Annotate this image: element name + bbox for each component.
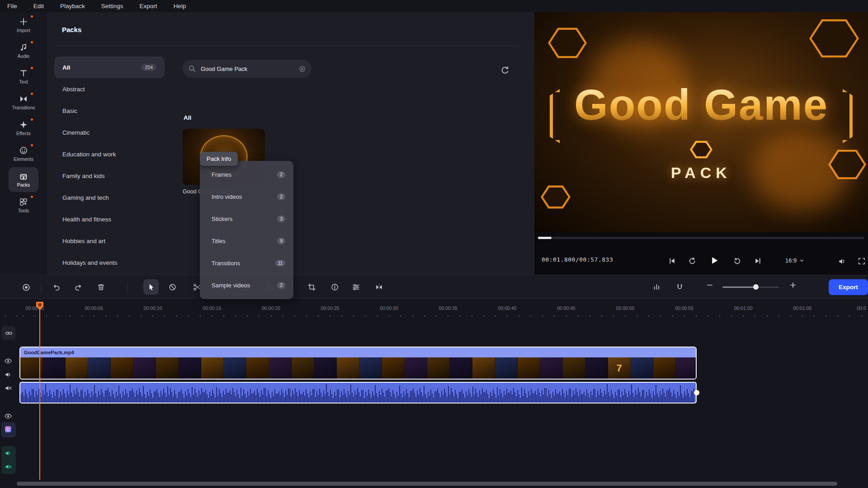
waveform-bar	[281, 389, 282, 403]
video-track-mute-icon[interactable]	[4, 384, 12, 392]
waveform-bar	[670, 392, 671, 403]
sidebar-item-elements[interactable]: Elements	[0, 141, 47, 167]
clip-frame-thumbnail	[653, 357, 676, 379]
waveform-bar	[169, 394, 170, 403]
pack-info-row[interactable]: Frames2	[200, 164, 293, 186]
sidebar-item-tools[interactable]: Tools	[0, 192, 47, 218]
waveform-bar	[185, 391, 186, 403]
sidebar-item-packs[interactable]: Packs	[0, 167, 47, 192]
sidebar-item-effects[interactable]: Effects	[0, 115, 47, 141]
zoom-out-icon[interactable]	[706, 282, 713, 289]
aspect-ratio-selector[interactable]: 16:9	[785, 257, 804, 264]
category-item[interactable]: Education and work	[54, 143, 165, 165]
next-frame-icon[interactable]	[754, 257, 762, 265]
waveform-bar	[182, 394, 183, 403]
category-item[interactable]: Family and kids	[54, 165, 165, 187]
video-track-visibility-icon[interactable]	[4, 357, 12, 365]
waveform-bar	[139, 388, 140, 403]
clip-trim-handle[interactable]	[694, 390, 699, 395]
category-item[interactable]: Hobbies and art	[54, 230, 165, 252]
sticker-track-icon[interactable]	[4, 425, 12, 433]
mirror-icon[interactable]	[375, 283, 383, 291]
category-item[interactable]: Gaming and tech	[54, 187, 165, 208]
waveform-bar	[453, 396, 454, 403]
forward-icon[interactable]	[734, 257, 741, 265]
zoom-slider-thumb[interactable]	[753, 284, 759, 290]
audio-levels-icon[interactable]	[652, 283, 661, 291]
video-track-volume-icon[interactable]	[4, 371, 12, 379]
waveform-bar	[108, 388, 108, 403]
zoom-in-icon[interactable]	[789, 282, 797, 289]
waveform-bar	[114, 398, 115, 403]
rewind-icon[interactable]	[688, 257, 696, 265]
crop-icon[interactable]	[307, 283, 316, 291]
record-icon[interactable]	[22, 283, 31, 292]
category-item[interactable]: Cinematic	[54, 122, 165, 143]
overlay-track-visibility-icon[interactable]	[4, 412, 12, 420]
pack-info-row[interactable]: Stickers3	[200, 208, 293, 230]
sidebar-item-text[interactable]: Text	[0, 64, 47, 89]
volume-icon[interactable]	[838, 257, 846, 266]
sidebar-item-audio[interactable]: Audio	[0, 38, 47, 64]
audio-track-volume-icon[interactable]	[4, 449, 12, 457]
menu-item-edit[interactable]: Edit	[33, 3, 44, 9]
preview-progress-bar[interactable]	[538, 237, 864, 239]
pack-info-row[interactable]: Transitions11	[200, 252, 293, 274]
category-item[interactable]: Basic	[54, 100, 165, 122]
audio-track-mute-icon[interactable]	[4, 463, 12, 471]
category-item[interactable]: All204	[54, 56, 165, 78]
sidebar-item-import[interactable]: Import	[0, 12, 47, 38]
waveform-bar	[664, 393, 665, 403]
waveform-bar	[98, 391, 99, 403]
redo-icon[interactable]	[74, 283, 83, 291]
search-box[interactable]	[183, 60, 311, 78]
adjust-sliders-icon[interactable]	[352, 283, 360, 291]
pack-info-row[interactable]: Sample videos2	[200, 274, 293, 296]
menu-item-settings[interactable]: Settings	[101, 3, 123, 9]
delete-icon[interactable]	[97, 283, 105, 291]
waveform-bar	[643, 390, 644, 403]
category-item[interactable]: Abstract	[54, 78, 165, 100]
waveform-bar	[520, 398, 521, 403]
waveform-bar	[396, 392, 397, 403]
pack-info-row[interactable]: Intro videos2	[200, 186, 293, 208]
audio-waveform-clip[interactable]	[19, 382, 697, 404]
deselect-icon[interactable]	[168, 283, 177, 291]
fullscreen-icon[interactable]	[858, 257, 866, 265]
menu-item-help[interactable]: Help	[174, 3, 186, 9]
category-item[interactable]: Health and fitness	[54, 208, 165, 230]
waveform-bar	[338, 389, 339, 403]
previous-frame-icon[interactable]	[668, 257, 676, 265]
waveform-bar	[109, 392, 110, 403]
refresh-icon[interactable]	[500, 66, 510, 75]
freeze-frame-icon[interactable]	[330, 283, 339, 291]
link-tracks-button[interactable]	[2, 326, 15, 340]
waveform-bar	[319, 389, 320, 403]
search-input[interactable]	[200, 65, 295, 73]
select-cursor-icon[interactable]	[147, 283, 156, 291]
horizontal-scrollbar[interactable]	[17, 482, 837, 486]
waveform-bar	[80, 390, 81, 403]
magnet-icon[interactable]	[675, 283, 684, 291]
undo-icon[interactable]	[52, 283, 61, 291]
menu-item-export[interactable]: Export	[140, 3, 157, 9]
pack-info-row[interactable]: Titles9	[200, 230, 293, 252]
video-clip[interactable]: GoodGamePack.mp4 7	[19, 347, 697, 380]
timeline-zoom-slider[interactable]	[722, 286, 779, 288]
waveform-bar	[101, 389, 102, 403]
menu-item-playback[interactable]: Playback	[60, 3, 85, 9]
waveform-bar	[523, 396, 524, 403]
clear-search-icon[interactable]	[298, 65, 306, 73]
pack-info-count-badge: 3	[277, 216, 285, 222]
menu-item-file[interactable]: File	[7, 3, 17, 9]
waveform-bar	[424, 386, 425, 403]
waveform-bar	[692, 391, 693, 403]
video-preview[interactable]: Good Game PACK	[534, 12, 868, 232]
play-icon[interactable]	[710, 256, 719, 265]
export-button[interactable]: Export	[829, 279, 868, 295]
waveform-bar	[646, 392, 647, 403]
category-item[interactable]: Holidays and events	[54, 252, 165, 273]
sidebar-item-transitions[interactable]: Transitions	[0, 89, 47, 115]
waveform-bar	[482, 388, 483, 403]
waveform-bar	[622, 391, 623, 403]
